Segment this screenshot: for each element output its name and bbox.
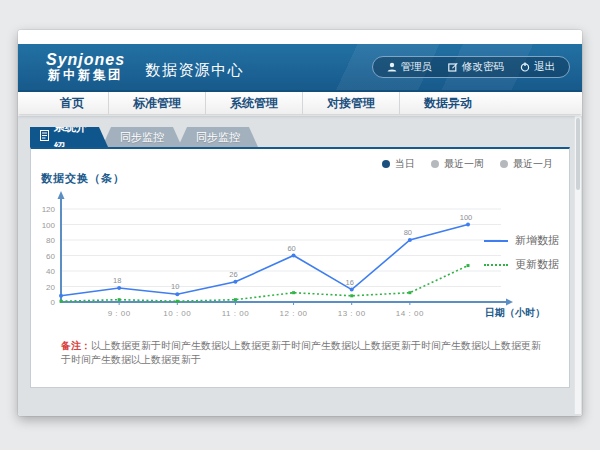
nav-item-standards[interactable]: 标准管理: [109, 92, 206, 114]
svg-text:10 : 00: 10 : 00: [163, 309, 191, 318]
admin-label: 管理员: [401, 60, 433, 74]
radio-icon: [431, 160, 439, 168]
svg-text:9 : 00: 9 : 00: [108, 309, 131, 318]
filter-label: 当日: [395, 157, 415, 171]
document-icon: [40, 127, 49, 147]
nav-item-interface[interactable]: 对接管理: [303, 92, 400, 114]
time-filter-group: 当日 最近一周 最近一月: [382, 157, 553, 171]
svg-text:13 : 00: 13 : 00: [338, 309, 366, 318]
company-logo: Synjones 新中新集团: [46, 52, 125, 82]
chart-legend: 新增数据 更新数据: [484, 233, 559, 272]
tab-sync-monitor-2[interactable]: 同步监控: [178, 127, 258, 147]
logo-text-cn: 新中新集团: [46, 69, 125, 82]
filter-last-month[interactable]: 最近一月: [500, 157, 553, 171]
svg-text:80: 80: [404, 228, 412, 237]
logout-button[interactable]: 退出: [520, 60, 555, 74]
scrollbar-track[interactable]: [574, 116, 581, 414]
logout-label: 退出: [534, 60, 555, 74]
svg-text:80: 80: [46, 236, 55, 245]
edit-icon: [448, 62, 458, 72]
legend-label: 更新数据: [515, 257, 559, 272]
filter-label: 最近一月: [513, 157, 553, 171]
app-header: Synjones 新中新集团 数据资源中心 管理员 修改密码 退出: [18, 44, 582, 92]
solid-line-icon: [484, 240, 508, 242]
legend-updated-data[interactable]: 更新数据: [484, 257, 559, 272]
change-password-button[interactable]: 修改密码: [448, 60, 504, 74]
legend-new-data[interactable]: 新增数据: [484, 233, 559, 248]
admin-menu-item[interactable]: 管理员: [387, 60, 433, 74]
nav-item-home[interactable]: 首页: [36, 92, 109, 114]
chart-panel: 当日 最近一周 最近一月 数据交换（条） 0204060801001209 : …: [30, 147, 570, 388]
svg-text:14 : 00: 14 : 00: [396, 309, 424, 318]
page-title: 数据资源中心: [145, 55, 244, 80]
logo-text-en: Synjones: [46, 52, 125, 69]
svg-text:100: 100: [460, 213, 473, 222]
svg-text:120: 120: [42, 205, 56, 214]
power-icon: [520, 62, 530, 72]
svg-text:12 : 00: 12 : 00: [280, 309, 308, 318]
tab-label: 同步监控: [120, 131, 164, 143]
user-menu: 管理员 修改密码 退出: [372, 56, 571, 78]
svg-text:100: 100: [42, 221, 56, 230]
change-password-label: 修改密码: [462, 60, 504, 74]
scrollbar-thumb[interactable]: [576, 118, 580, 190]
legend-label: 新增数据: [515, 233, 559, 248]
svg-text:10: 10: [171, 282, 179, 291]
content-area: 系统介绍 同步监控 同步监控 当日 最近一周: [18, 116, 582, 416]
filter-label: 最近一周: [444, 157, 484, 171]
svg-text:日期（小时）: 日期（小时）: [485, 307, 545, 318]
svg-text:11 : 00: 11 : 00: [222, 309, 249, 318]
svg-text:16: 16: [346, 278, 354, 287]
svg-text:20: 20: [46, 283, 55, 292]
filter-today[interactable]: 当日: [382, 157, 415, 171]
radio-icon: [500, 160, 508, 168]
radio-selected-icon: [382, 160, 390, 168]
nav-item-anomaly[interactable]: 数据异动: [400, 92, 496, 114]
app-window: Synjones 新中新集团 数据资源中心 管理员 修改密码 退出: [18, 30, 582, 416]
filter-last-week[interactable]: 最近一周: [431, 157, 484, 171]
svg-text:60: 60: [46, 252, 55, 261]
svg-text:18: 18: [113, 276, 121, 285]
tab-system-intro[interactable]: 系统介绍: [30, 127, 108, 147]
svg-text:60: 60: [287, 244, 295, 253]
svg-text:40: 40: [46, 267, 55, 276]
nav-item-system[interactable]: 系统管理: [206, 92, 303, 114]
main-nav: 首页 标准管理 系统管理 对接管理 数据异动: [18, 92, 582, 114]
tab-bar: 系统介绍 同步监控 同步监控: [30, 127, 258, 147]
user-icon: [387, 62, 397, 72]
footnote-text: 以上数据更新于时间产生数据以上数据更新于时间产生数据以上数据更新于时间产生数据以…: [61, 340, 541, 365]
footnote-prefix: 备注：: [61, 340, 91, 351]
tab-sync-monitor-1[interactable]: 同步监控: [102, 127, 182, 147]
footnote: 备注：以上数据更新于时间产生数据以上数据更新于时间产生数据以上数据更新于时间产生…: [61, 339, 549, 367]
tab-label: 同步监控: [196, 131, 240, 143]
dotted-line-icon: [484, 264, 508, 266]
window-top-strip: [18, 30, 582, 44]
svg-text:0: 0: [51, 298, 56, 307]
svg-text:26: 26: [229, 270, 237, 279]
